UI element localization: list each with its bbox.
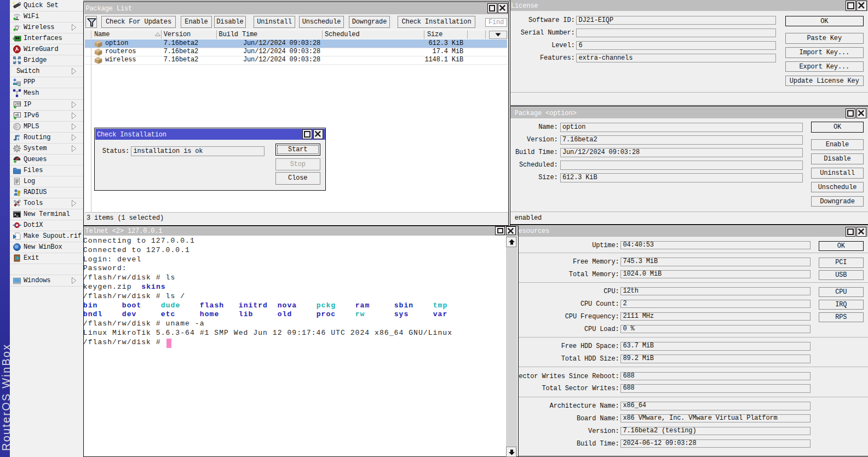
svg-text:v6: v6 bbox=[15, 113, 19, 117]
svg-text:255: 255 bbox=[15, 102, 21, 106]
